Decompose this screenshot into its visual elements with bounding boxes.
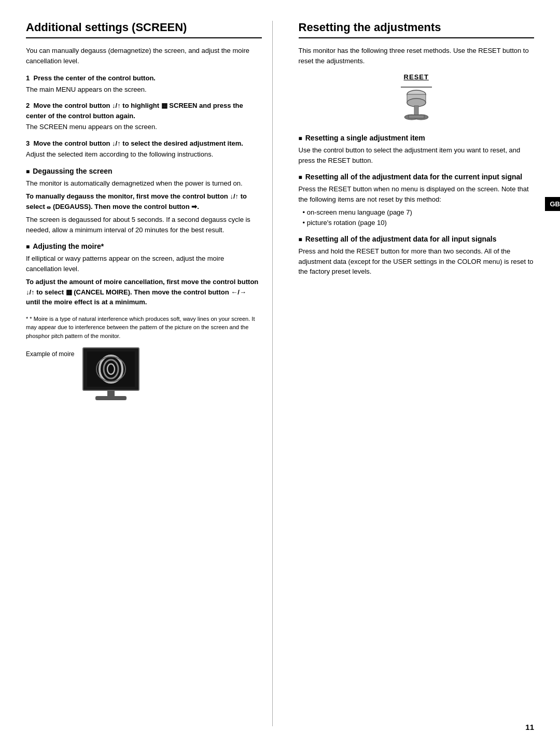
step-2: 2 Move the control button ↓/↑ to highlig… xyxy=(26,101,262,132)
step-3-sub: Adjust the selected item according to th… xyxy=(26,149,262,160)
current-title-text: Resetting all of the adjustment data for… xyxy=(305,173,522,181)
degauss-bold: To manually degauss the monitor, first m… xyxy=(26,191,262,212)
step-2-bold: Move the control button ↓/↑ to highlight… xyxy=(26,102,243,120)
moire-example-label: Example of moire xyxy=(26,350,74,358)
svg-rect-9 xyxy=(414,106,418,115)
monitor-neck xyxy=(107,391,115,396)
current-bullets: on-screen menu language (page 7) picture… xyxy=(303,207,535,228)
moire-title: Adjusting the moire* xyxy=(26,242,262,250)
moire-title-text: Adjusting the moire* xyxy=(33,242,104,250)
current-bullet-2: picture's rotation (page 10) xyxy=(303,218,535,228)
moire-example: Example of moire xyxy=(26,347,262,400)
monitor-body xyxy=(82,347,139,391)
single-title: Resetting a single adjustment item xyxy=(299,134,535,142)
step-1-bold: Press the center of the control button. xyxy=(33,74,155,82)
single-title-text: Resetting a single adjustment item xyxy=(305,134,425,142)
moire-footnote: * * Moire is a type of natural interfere… xyxy=(26,315,262,341)
degauss-title: Degaussing the screen xyxy=(26,167,262,175)
monitor-screen xyxy=(87,351,135,387)
current-body: Press the RESET button when no menu is d… xyxy=(299,184,535,204)
moire-svg xyxy=(90,353,132,385)
left-section-title: Additional settings (SCREEN) xyxy=(26,21,262,38)
reset-button-svg xyxy=(393,83,440,124)
gb-label: GB xyxy=(545,197,561,211)
step-3-number: 3 xyxy=(26,139,33,147)
svg-rect-12 xyxy=(409,115,424,118)
step-3: 3 Move the control button ↓/↑ to select … xyxy=(26,138,262,160)
moire-body: If elliptical or wavy patterns appear on… xyxy=(26,253,262,274)
left-column: Additional settings (SCREEN) You can man… xyxy=(26,21,273,726)
right-intro: This monitor has the following three res… xyxy=(299,46,535,66)
all-title: Resetting all of the adjustment data for… xyxy=(299,235,535,243)
current-title: Resetting all of the adjustment data for… xyxy=(299,173,535,181)
current-bullet-1: on-screen menu language (page 7) xyxy=(303,207,535,218)
single-body: Use the control button to select the adj… xyxy=(299,145,535,165)
degauss-body: The monitor is automatically demagnetize… xyxy=(26,178,262,189)
step-2-number: 2 xyxy=(26,102,33,109)
left-intro: You can manually degauss (demagnetize) t… xyxy=(26,46,262,66)
step-1-sub: The main MENU appears on the screen. xyxy=(26,84,262,95)
right-section-title: Resetting the adjustments xyxy=(299,21,535,38)
all-title-text: Resetting all of the adjustment data for… xyxy=(305,235,497,243)
step-2-sub: The SCREEN menu appears on the screen. xyxy=(26,122,262,132)
moire-monitor-illustration xyxy=(82,347,139,400)
step-1-number: 1 xyxy=(26,74,33,82)
degauss-title-text: Degaussing the screen xyxy=(33,167,112,175)
step-1: 1 Press the center of the control button… xyxy=(26,73,262,94)
all-body: Press and hold the RESET button for more… xyxy=(299,246,535,277)
page-number: 11 xyxy=(525,723,534,731)
reset-area: RESET xyxy=(299,73,535,124)
footnote-text: * Moire is a type of natural interferenc… xyxy=(26,316,255,339)
moire-bold: To adjust the amount of moire cancellati… xyxy=(26,277,262,307)
degauss-body2: The screen is degaussed for about 5 seco… xyxy=(26,215,262,235)
reset-illustration xyxy=(393,83,440,124)
right-column: Resetting the adjustments This monitor h… xyxy=(293,21,535,726)
monitor-base xyxy=(95,396,127,400)
reset-label: RESET xyxy=(404,73,429,81)
step-3-bold: Move the control button ↓/↑ to select th… xyxy=(33,139,243,147)
